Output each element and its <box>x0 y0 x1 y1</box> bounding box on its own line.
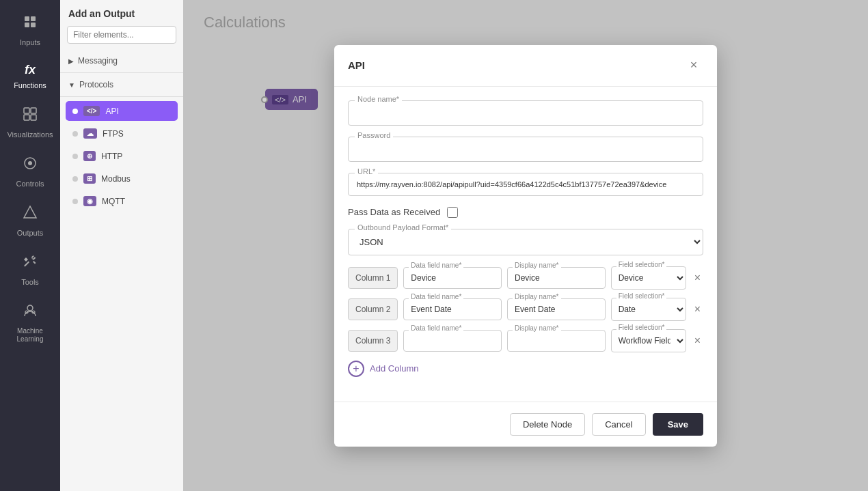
protocol-item-mqtt[interactable]: ◉ MQTT <box>66 191 178 211</box>
sidebar-item-outputs-label: Outputs <box>17 229 44 237</box>
protocol-item-http[interactable]: ⊕ HTTP <box>66 146 178 166</box>
http-dot <box>72 154 78 159</box>
column-button-2[interactable]: Column 2 <box>348 298 398 320</box>
api-label: API <box>105 107 118 116</box>
api-badge: </> <box>83 106 100 116</box>
sidebar-item-machine-learning[interactable]: Machine Learning <box>3 296 57 350</box>
display-name-label-2: Display name* <box>513 293 560 300</box>
http-label: HTTP <box>101 152 122 161</box>
ftps-dot <box>72 131 78 137</box>
data-field-group-2: Data field name* <box>403 298 502 320</box>
filter-input[interactable] <box>67 26 176 44</box>
sidebar-item-visualizations[interactable]: Visualizations <box>3 99 57 145</box>
delete-node-button[interactable]: Delete Node <box>510 413 585 436</box>
pass-data-label: Pass Data as Received <box>348 207 440 217</box>
modal-close-button[interactable]: × <box>684 56 703 75</box>
messaging-section-header[interactable]: ▶ Messaging <box>60 52 183 70</box>
protocol-item-ftps[interactable]: ☁ FTPS <box>66 124 178 143</box>
add-column-button[interactable]: + Add Column <box>348 361 419 377</box>
pass-data-checkbox[interactable] <box>447 207 458 218</box>
cancel-button[interactable]: Cancel <box>592 413 645 436</box>
display-name-label-1: Display name* <box>513 262 560 269</box>
protocol-item-modbus[interactable]: ⊞ Modbus <box>66 169 178 188</box>
sidebar-item-outputs[interactable]: Outputs <box>3 197 57 244</box>
display-name-group-1: Display name* <box>507 267 606 289</box>
column-row-3: Column 3 Data field name* Display name* … <box>348 329 703 352</box>
field-selection-label-2: Field selection* <box>616 292 667 300</box>
password-field-group: Password <box>348 137 703 162</box>
node-name-label: Node name* <box>355 95 402 103</box>
column-row-2: Column 2 Data field name* Display name* … <box>348 298 703 321</box>
modal: API × Node name* Password URL* <box>334 45 717 447</box>
api-dot <box>72 109 78 114</box>
visualizations-icon <box>22 106 38 126</box>
left-panel: Add an Output ▶ Messaging ▼ Protocols </… <box>60 0 183 491</box>
column-button-1[interactable]: Column 1 <box>348 267 398 289</box>
sidebar-item-inputs[interactable]: Inputs <box>3 7 57 53</box>
sidebar-item-tools-label: Tools <box>21 278 39 286</box>
field-selection-select-2[interactable]: DeviceDateWorkflow Field <box>611 298 686 321</box>
modbus-label: Modbus <box>101 174 131 184</box>
remove-column-button-3[interactable]: × <box>692 333 703 348</box>
main-area: Calculations </> API API × Node name* Pa… <box>183 0 868 491</box>
url-input[interactable] <box>348 173 703 196</box>
machine-learning-icon <box>22 303 38 323</box>
url-field-group: URL* <box>348 173 703 196</box>
sidebar-item-tools[interactable]: Tools <box>3 247 57 293</box>
add-column-label: Add Column <box>370 363 419 374</box>
display-name-group-2: Display name* <box>507 298 606 320</box>
sidebar-item-controls-label: Controls <box>16 180 44 188</box>
svg-rect-4 <box>24 108 29 113</box>
data-field-input-3[interactable] <box>403 330 502 352</box>
field-selection-select-1[interactable]: DeviceDateWorkflow Field <box>611 266 686 290</box>
modal-header: API × <box>334 45 717 87</box>
ftps-label: FTPS <box>103 129 124 139</box>
mqtt-label: MQTT <box>102 197 125 206</box>
field-selection-select-3[interactable]: DeviceDateWorkflow Field <box>611 329 686 352</box>
display-name-input-2[interactable] <box>507 298 606 320</box>
field-selection-group-3: Field selection* DeviceDateWorkflow Fiel… <box>611 329 686 352</box>
display-name-label-3: Display name* <box>513 324 560 332</box>
protocol-item-api[interactable]: </> API <box>66 101 178 121</box>
password-input[interactable] <box>348 137 703 162</box>
sidebar-item-machine-learning-label: Machine Learning <box>5 327 55 343</box>
sidebar: Inputs fx Functions Visualizations Contr… <box>0 0 60 491</box>
outbound-format-select[interactable]: JSON CSV XML <box>348 229 703 255</box>
svg-rect-0 <box>25 16 29 21</box>
field-selection-label-3: Field selection* <box>616 324 667 331</box>
add-column-icon: + <box>348 361 364 377</box>
sidebar-item-controls[interactable]: Controls <box>3 148 57 195</box>
node-name-field-group: Node name* <box>348 100 703 126</box>
modal-title: API <box>348 59 365 71</box>
data-field-group-1: Data field name* <box>403 267 502 289</box>
http-badge: ⊕ <box>83 151 96 161</box>
svg-rect-5 <box>31 108 36 113</box>
remove-column-button-1[interactable]: × <box>692 270 703 285</box>
data-field-input-2[interactable] <box>403 298 502 320</box>
node-name-input[interactable] <box>348 100 703 126</box>
field-selection-group-2: Field selection* DeviceDateWorkflow Fiel… <box>611 298 686 321</box>
column-row-1: Column 1 Data field name* Display name* … <box>348 266 703 290</box>
left-panel-title: Add an Output <box>60 8 183 26</box>
outbound-format-field-group: Outbound Payload Format* JSON CSV XML <box>348 229 703 255</box>
sidebar-item-functions[interactable]: fx Functions <box>3 56 57 96</box>
columns-container: Column 1 Data field name* Display name* … <box>348 266 703 352</box>
display-name-input-3[interactable] <box>507 330 606 352</box>
column-button-3[interactable]: Column 3 <box>348 330 398 352</box>
save-button[interactable]: Save <box>653 413 703 436</box>
remove-column-button-2[interactable]: × <box>692 302 703 317</box>
svg-rect-6 <box>24 115 29 120</box>
outbound-format-label: Outbound Payload Format* <box>355 223 451 232</box>
data-field-group-3: Data field name* <box>403 330 502 352</box>
protocols-arrow-icon: ▼ <box>68 81 75 89</box>
display-name-input-1[interactable] <box>507 267 606 289</box>
data-field-input-1[interactable] <box>403 267 502 289</box>
password-label: Password <box>355 131 393 139</box>
url-label: URL* <box>355 167 378 176</box>
sidebar-item-visualizations-label: Visualizations <box>7 130 53 139</box>
protocols-section-header[interactable]: ▼ Protocols <box>60 76 183 94</box>
messaging-arrow-icon: ▶ <box>68 57 74 65</box>
data-field-label-1: Data field name* <box>409 262 463 269</box>
controls-icon <box>22 155 38 176</box>
modbus-dot <box>72 176 78 182</box>
